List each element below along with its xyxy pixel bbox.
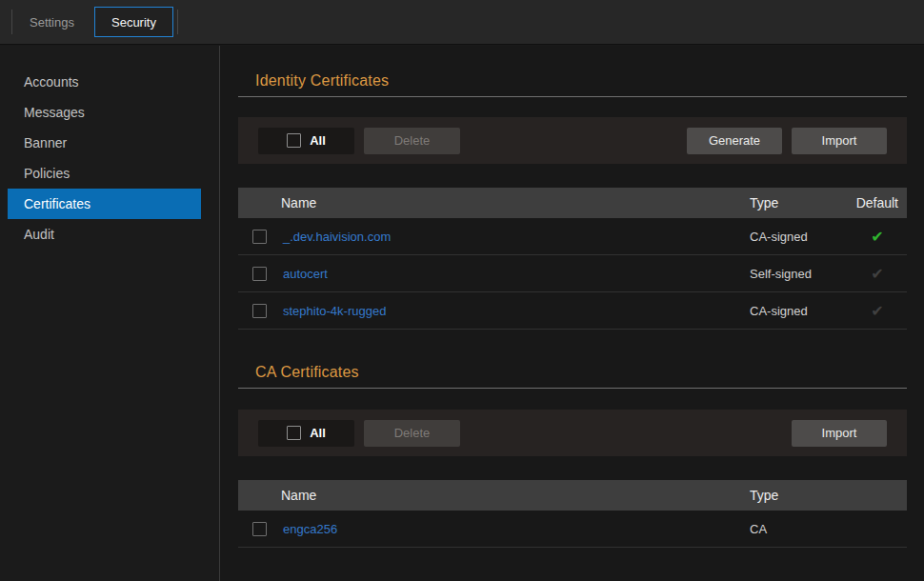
tab-security[interactable]: Security (94, 7, 173, 37)
column-header-type: Type (750, 488, 907, 503)
row-checkbox[interactable] (252, 522, 267, 536)
ca-toolbar: All Delete Import (238, 410, 907, 456)
certificate-link[interactable]: _.dev.haivision.com (283, 230, 750, 244)
column-header-default: Default (848, 195, 907, 210)
identity-certificates-section: Identity Certificates All Delete Generat… (238, 46, 907, 330)
row-checkbox[interactable] (252, 230, 267, 244)
column-header-type: Type (750, 195, 848, 210)
select-all-button[interactable]: All (258, 128, 354, 154)
table-row: autocert Self-signed ✔ (238, 255, 907, 292)
table-header: Name Type (238, 480, 907, 511)
certificate-link[interactable]: engca256 (283, 522, 750, 536)
generate-button[interactable]: Generate (687, 128, 782, 154)
delete-button[interactable]: Delete (364, 128, 460, 154)
top-navigation-bar: Settings Security (0, 0, 924, 45)
section-header: Identity Certificates (238, 46, 907, 97)
select-all-button[interactable]: All (258, 420, 354, 447)
default-check-icon[interactable]: ✔ (871, 266, 883, 282)
delete-button[interactable]: Delete (364, 420, 460, 447)
column-header-name: Name (238, 195, 750, 210)
select-all-label: All (310, 133, 326, 148)
table-row: stephito-4k-rugged CA-signed ✔ (238, 292, 907, 330)
certificate-link[interactable]: autocert (283, 267, 750, 281)
identity-certificates-table: Name Type Default _.dev.haivision.com CA… (238, 188, 907, 330)
default-check-icon[interactable]: ✔ (871, 303, 883, 319)
section-header: CA Certificates (238, 330, 907, 389)
table-row: engca256 CA (238, 511, 907, 548)
certificate-type: CA (750, 522, 907, 536)
certificate-link[interactable]: stephito-4k-rugged (283, 304, 750, 318)
ca-certificates-title: CA Certificates (238, 364, 907, 381)
default-check-icon[interactable]: ✔ (871, 229, 883, 245)
sidebar-item-audit[interactable]: Audit (0, 219, 201, 250)
column-header-name: Name (238, 488, 750, 503)
identity-toolbar: All Delete Generate Import (238, 117, 907, 164)
certificate-type: CA-signed (750, 230, 848, 244)
certificate-type: CA-signed (750, 304, 848, 318)
sidebar: Accounts Messages Banner Policies Certif… (0, 46, 219, 581)
table-header: Name Type Default (238, 188, 907, 218)
row-checkbox[interactable] (252, 267, 267, 281)
tab-divider (177, 10, 178, 34)
table-row: _.dev.haivision.com CA-signed ✔ (238, 218, 907, 255)
import-button[interactable]: Import (792, 420, 887, 447)
select-all-label: All (310, 426, 326, 440)
import-button[interactable]: Import (792, 128, 887, 154)
select-all-checkbox[interactable] (287, 133, 301, 148)
row-checkbox[interactable] (252, 304, 267, 318)
select-all-checkbox[interactable] (287, 426, 301, 440)
ca-certificates-section: CA Certificates All Delete Import Name T… (238, 330, 907, 548)
ca-certificates-table: Name Type engca256 CA (238, 480, 907, 548)
sidebar-item-banner[interactable]: Banner (0, 128, 201, 158)
sidebar-item-accounts[interactable]: Accounts (0, 67, 201, 97)
sidebar-item-policies[interactable]: Policies (0, 158, 201, 189)
sidebar-item-certificates[interactable]: Certificates (8, 189, 201, 219)
identity-certificates-title: Identity Certificates (238, 72, 907, 90)
sidebar-item-messages[interactable]: Messages (0, 97, 201, 128)
tab-settings[interactable]: Settings (12, 7, 91, 37)
main-content: Identity Certificates All Delete Generat… (219, 46, 924, 581)
certificate-type: Self-signed (750, 267, 848, 281)
